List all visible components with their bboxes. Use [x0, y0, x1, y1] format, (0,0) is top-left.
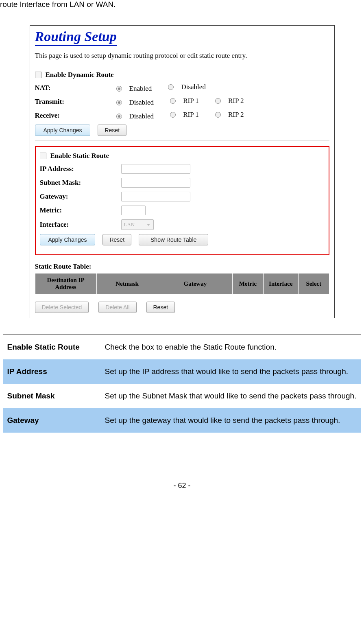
subnet-mask-input[interactable]	[121, 178, 190, 188]
def-desc-subnet-mask: Set up the Subnet Mask that would like t…	[105, 389, 357, 403]
th-metric: Metric	[233, 273, 264, 294]
enable-static-route-label: Enable Static Route	[50, 152, 109, 160]
static-route-section: Enable Static Route IP Address: Subnet M…	[35, 146, 329, 255]
definitions-table: Enable Static Route Check the box to ena…	[3, 335, 361, 433]
gateway-input[interactable]	[121, 192, 190, 201]
enable-dynamic-route-label: Enable Dynamic Route	[46, 71, 114, 79]
nat-label: NAT:	[35, 84, 116, 92]
def-desc-gateway: Set up the gateway that would like to se…	[105, 413, 357, 428]
page-number: - 62 -	[0, 481, 364, 490]
th-netmask: Netmask	[96, 273, 158, 294]
divider	[35, 140, 329, 140]
gateway-label: Gateway:	[40, 193, 121, 201]
show-route-table-button[interactable]: Show Route Table	[139, 234, 208, 245]
reset-button-3[interactable]: Reset	[146, 302, 175, 313]
receive-rip2-radio[interactable]	[215, 112, 221, 118]
def-desc-ip-address: Set up the IP address that would like to…	[105, 364, 357, 379]
delete-selected-button[interactable]: Delete Selected	[35, 302, 89, 313]
th-destination-ip: Destination IP Address	[35, 273, 96, 294]
transmit-disabled-radio[interactable]	[116, 100, 122, 105]
intro-text: route Interface from LAN or WAN.	[0, 0, 364, 9]
reset-button-2[interactable]: Reset	[102, 234, 131, 245]
subnet-mask-label: Subnet Mask:	[40, 179, 121, 187]
transmit-rip2-radio[interactable]	[215, 98, 221, 104]
receive-disabled-radio[interactable]	[116, 114, 122, 119]
nat-enabled-label: Enabled	[129, 85, 152, 93]
th-interface: Interface	[263, 273, 298, 294]
metric-input[interactable]	[121, 206, 146, 215]
delete-all-button[interactable]: Delete All	[98, 302, 136, 313]
nat-disabled-radio[interactable]	[168, 84, 174, 90]
th-select: Select	[298, 273, 329, 294]
th-gateway: Gateway	[158, 273, 232, 294]
static-route-table: Destination IP Address Netmask Gateway M…	[35, 273, 329, 294]
reset-button-1[interactable]: Reset	[98, 125, 126, 136]
page-description: This page is used to setup dynamic routi…	[35, 52, 329, 60]
def-term-ip-address: IP Address	[7, 364, 105, 379]
enable-static-route-checkbox[interactable]	[40, 153, 46, 159]
def-term-subnet-mask: Subnet Mask	[7, 389, 105, 403]
interface-label: Interface:	[40, 221, 121, 229]
def-desc-enable-static-route: Check the box to enable the Static Route…	[105, 340, 357, 354]
transmit-label: Transmit:	[35, 98, 116, 106]
apply-changes-button-1[interactable]: Apply Changes	[35, 125, 91, 136]
metric-label: Metric:	[40, 206, 121, 214]
receive-rip1-radio[interactable]	[170, 112, 176, 118]
divider	[35, 65, 329, 65]
static-route-table-label: Static Route Table:	[35, 263, 329, 271]
interface-select[interactable]: LAN	[121, 219, 154, 230]
nat-disabled-label: Disabled	[181, 83, 205, 91]
enable-dynamic-route-checkbox[interactable]	[35, 72, 41, 78]
receive-label: Receive:	[35, 112, 116, 120]
page-title: Routing Setup	[35, 29, 117, 46]
def-term-gateway: Gateway	[7, 413, 105, 428]
apply-changes-button-2[interactable]: Apply Changes	[40, 234, 96, 245]
ip-address-input[interactable]	[121, 164, 190, 174]
transmit-rip1-radio[interactable]	[170, 98, 176, 104]
def-term-enable-static-route: Enable Static Route	[7, 340, 105, 354]
routing-setup-screenshot: Routing Setup This page is used to setup…	[30, 25, 335, 318]
ip-address-label: IP Address:	[40, 165, 121, 173]
nat-enabled-radio[interactable]	[116, 86, 122, 92]
